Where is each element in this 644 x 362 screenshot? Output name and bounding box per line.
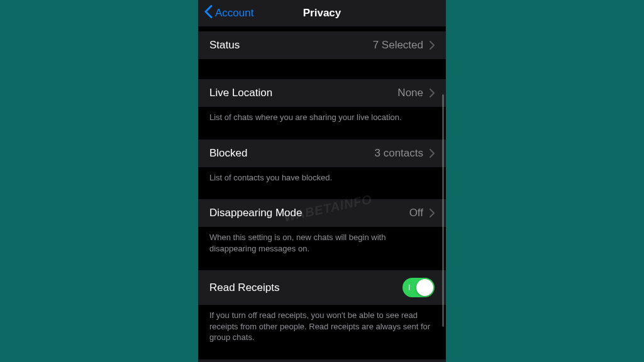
row-label: Disappearing Mode	[209, 207, 302, 219]
row-label: Status	[209, 39, 240, 52]
row-value: 3 contacts	[375, 147, 424, 160]
row-footer: When this setting is on, new chats will …	[198, 227, 446, 259]
row-read-receipts: Read Receipts I	[198, 270, 446, 305]
row-value: 7 Selected	[373, 39, 423, 52]
chevron-right-icon	[430, 41, 435, 50]
nav-bar: Account Privacy	[198, 0, 446, 26]
row-footer: List of contacts you have blocked.	[198, 167, 446, 189]
page-title: Privacy	[303, 7, 341, 19]
row-label: Blocked	[209, 147, 247, 160]
toggle-on-indicator: I	[408, 283, 410, 292]
row-live-location[interactable]: Live Location None	[198, 79, 446, 107]
phone-frame: Account Privacy Status 7 Selected Live L…	[198, 0, 446, 362]
row-disappearing-mode[interactable]: Disappearing Mode Off	[198, 199, 446, 227]
row-value: None	[397, 87, 423, 99]
chevron-left-icon	[204, 5, 213, 21]
content-scroll[interactable]: Status 7 Selected Live Location None Lis…	[198, 26, 446, 362]
row-label: Live Location	[209, 87, 272, 99]
row-value: Off	[409, 207, 423, 219]
row-label: Read Receipts	[209, 282, 280, 294]
row-footer: If you turn off read receipts, you won't…	[198, 305, 446, 348]
read-receipts-toggle[interactable]: I	[402, 278, 435, 297]
back-button[interactable]: Account	[204, 5, 253, 21]
row-blocked[interactable]: Blocked 3 contacts	[198, 140, 446, 167]
toggle-knob	[416, 279, 433, 296]
chevron-right-icon	[430, 149, 435, 158]
back-label: Account	[215, 7, 253, 19]
row-status[interactable]: Status 7 Selected	[198, 31, 446, 59]
row-footer: List of chats where you are sharing your…	[198, 107, 446, 128]
row-screen-lock[interactable]: Screen Lock	[198, 359, 446, 362]
chevron-right-icon	[430, 89, 435, 97]
scrollbar[interactable]	[442, 94, 444, 327]
chevron-right-icon	[430, 209, 435, 217]
